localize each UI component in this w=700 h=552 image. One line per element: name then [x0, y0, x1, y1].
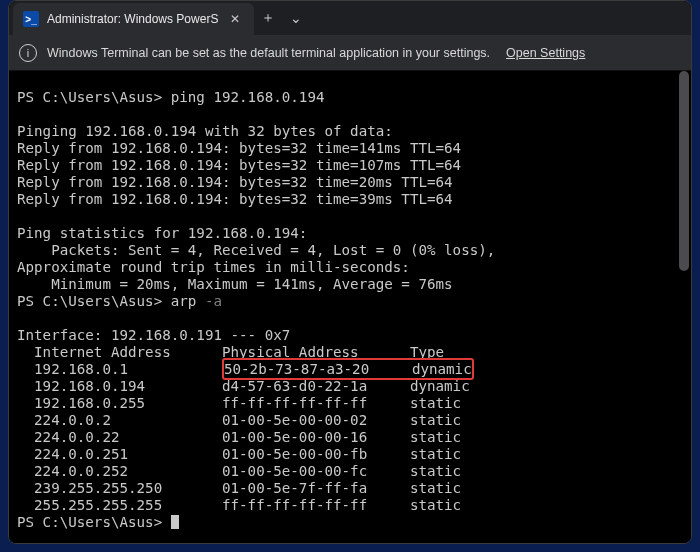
ping-rtt-values: Minimum = 20ms, Maximum = 141ms, Average…: [17, 276, 453, 292]
terminal-output[interactable]: PS C:\Users\Asus> ping 192.168.0.194 Pin…: [9, 71, 691, 543]
arp-row: 224.0.0.22 01-00-5e-00-00-16 static: [17, 429, 461, 445]
ping-reply: Reply from 192.168.0.194: bytes=32 time=…: [17, 191, 453, 207]
terminal-window: >_ Administrator: Windows PowerS ✕ ＋ ⌄ i…: [8, 0, 692, 544]
command-arp-flag: -a: [205, 293, 222, 309]
tab-powershell[interactable]: >_ Administrator: Windows PowerS ✕: [13, 3, 254, 35]
arp-row: 224.0.0.251 01-00-5e-00-00-fb static: [17, 446, 461, 462]
prompt: PS C:\Users\Asus>: [17, 293, 171, 309]
arp-row: 192.168.0.194 d4-57-63-d0-22-1a dynamic: [17, 378, 470, 394]
new-tab-button[interactable]: ＋: [254, 1, 282, 35]
powershell-icon: >_: [23, 11, 39, 27]
infobar-message: Windows Terminal can be set as the defau…: [47, 46, 490, 60]
titlebar: >_ Administrator: Windows PowerS ✕ ＋ ⌄: [9, 1, 691, 35]
close-tab-button[interactable]: ✕: [226, 10, 244, 28]
arp-interface: Interface: 192.168.0.191 --- 0x7: [17, 327, 290, 343]
ping-reply: Reply from 192.168.0.194: bytes=32 time=…: [17, 140, 461, 156]
command-ping: ping 192.168.0.194: [171, 89, 325, 105]
prompt: PS C:\Users\Asus>: [17, 514, 171, 530]
scrollbar-thumb[interactable]: [679, 71, 689, 271]
tab-title: Administrator: Windows PowerS: [47, 12, 218, 26]
cursor: [171, 515, 179, 529]
ping-reply: Reply from 192.168.0.194: bytes=32 time=…: [17, 174, 453, 190]
arp-row: 255.255.255.255 ff-ff-ff-ff-ff-ff static: [17, 497, 461, 513]
command-arp: arp: [171, 293, 205, 309]
ping-header: Pinging 192.168.0.194 with 32 bytes of d…: [17, 123, 393, 139]
arp-row-highlighted: 50-2b-73-87-a3-20 dynamic: [222, 358, 474, 380]
tab-dropdown-button[interactable]: ⌄: [282, 1, 310, 35]
arp-row: 224.0.0.252 01-00-5e-00-00-fc static: [17, 463, 461, 479]
ping-stats-header: Ping statistics for 192.168.0.194:: [17, 225, 307, 241]
scrollbar[interactable]: [679, 71, 689, 537]
arp-row: 239.255.255.250 01-00-5e-7f-ff-fa static: [17, 480, 461, 496]
arp-row: 192.168.0.1: [17, 361, 222, 377]
arp-row: 224.0.0.2 01-00-5e-00-00-02 static: [17, 412, 461, 428]
default-terminal-infobar: i Windows Terminal can be set as the def…: [9, 35, 691, 71]
ping-reply: Reply from 192.168.0.194: bytes=32 time=…: [17, 157, 461, 173]
prompt: PS C:\Users\Asus>: [17, 89, 171, 105]
ping-rtt-header: Approximate round trip times in milli-se…: [17, 259, 410, 275]
open-settings-link[interactable]: Open Settings: [506, 46, 585, 60]
arp-row: 192.168.0.255 ff-ff-ff-ff-ff-ff static: [17, 395, 461, 411]
ping-stats-packets: Packets: Sent = 4, Received = 4, Lost = …: [17, 242, 495, 258]
info-icon: i: [19, 44, 37, 62]
